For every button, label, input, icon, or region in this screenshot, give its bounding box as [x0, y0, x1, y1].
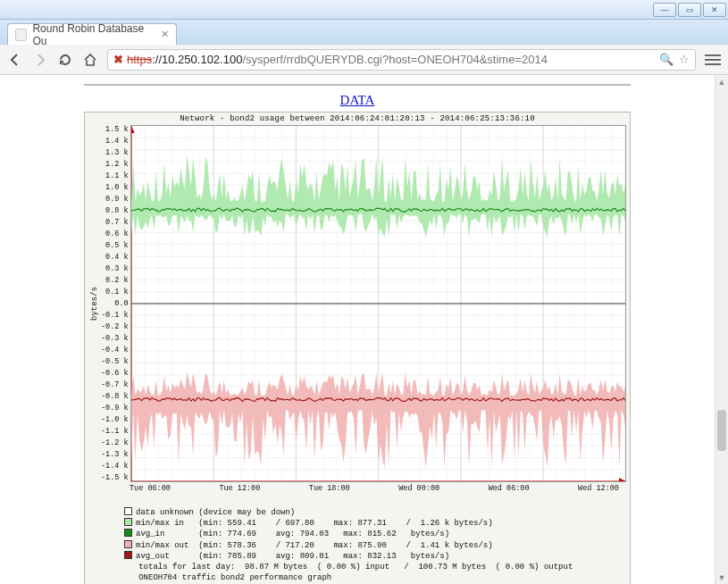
tab-title: Round Robin Database Qu: [32, 22, 155, 47]
legend-swatch-unknown: [124, 507, 132, 515]
data-link[interactable]: DATA: [340, 93, 375, 107]
vertical-scrollbar[interactable]: ▲ ▼: [715, 75, 728, 584]
window-titlebar: — ▭ ✕: [0, 0, 728, 20]
legend-swatch-minmax-out: [124, 540, 132, 548]
browser-tab[interactable]: Round Robin Database Qu ✕: [7, 23, 177, 45]
close-window-button[interactable]: ✕: [703, 3, 726, 17]
tab-strip: Round Robin Database Qu ✕: [0, 20, 728, 45]
url-path: /sysperf/rrdbQUERYDB.cgi?host=ONEOH704&s…: [242, 53, 548, 66]
scroll-track[interactable]: [715, 88, 728, 571]
minimize-button[interactable]: —: [653, 3, 676, 17]
legend-avg-in: avg_in (min: 774.69 avg: 794.03 max: 815…: [136, 530, 449, 538]
legend-swatch-avg-out: [124, 551, 132, 559]
chart-svg: [131, 126, 625, 481]
data-link-row: DATA: [21, 93, 693, 108]
rrd-chart: Network - bond2 usage between 2014:06:24…: [84, 112, 631, 584]
legend-avg-out: avg_out (min: 785.89 avg: 809.01 max: 83…: [136, 552, 449, 561]
svg-marker-70: [131, 126, 135, 133]
forward-button[interactable]: [32, 52, 48, 68]
url-scheme: https: [127, 53, 152, 66]
back-button[interactable]: [7, 52, 23, 68]
chart-legend: data unknown (device may be down) min/ma…: [88, 493, 626, 584]
reload-button[interactable]: [57, 52, 73, 68]
x-axis-ticks: Tue 06:00Tue 12:00Tue 18:00Wed 00:00Wed …: [88, 482, 626, 493]
plot-area: [130, 125, 626, 482]
legend-minmax-in: min/max in (min: 559.41 / 697.80 max: 87…: [136, 519, 493, 528]
search-icon[interactable]: 🔍: [659, 53, 674, 66]
home-button[interactable]: [82, 52, 98, 68]
y-axis-label: bytes/s: [88, 125, 101, 482]
browser-toolbar: ✖ https ://10.250.102.100 /sysperf/rrdbQ…: [0, 45, 728, 75]
browser-window: — ▭ ✕ Round Robin Database Qu ✕ ✖ https …: [0, 0, 728, 584]
close-tab-icon[interactable]: ✕: [161, 29, 169, 40]
legend-swatch-avg-in: [124, 529, 132, 537]
scroll-down-icon[interactable]: ▼: [715, 571, 728, 584]
scroll-thumb[interactable]: [717, 410, 726, 451]
y-axis-ticks: 1.5 k1.4 k1.3 k1.2 k1.1 k1.0 k0.9 k0.8 k…: [101, 125, 130, 482]
legend-totals: totals for last day: 98.87 M bytes ( 0.0…: [138, 563, 573, 571]
legend-swatch-minmax-in: [124, 518, 132, 526]
page-viewport: ▲ ▼ DATA Network - bond2 usage between 2…: [0, 75, 728, 584]
legend-footer: ONEOH704 traffic bond2 performance graph: [138, 573, 331, 582]
divider: [84, 84, 631, 86]
favicon-icon: [15, 29, 27, 41]
maximize-button[interactable]: ▭: [678, 3, 701, 17]
bookmark-icon[interactable]: ☆: [679, 53, 690, 66]
address-bar[interactable]: ✖ https ://10.250.102.100 /sysperf/rrdbQ…: [107, 49, 696, 71]
scroll-up-icon[interactable]: ▲: [715, 75, 728, 88]
legend-unknown: data unknown (device may be down): [136, 508, 295, 517]
page-content: DATA Network - bond2 usage between 2014:…: [0, 75, 715, 584]
svg-marker-72: [619, 478, 625, 481]
chart-title: Network - bond2 usage between 2014:06:24…: [88, 114, 626, 123]
insecure-icon: ✖: [113, 53, 123, 66]
menu-button[interactable]: [705, 52, 721, 68]
url-host: ://10.250.102.100: [152, 53, 242, 66]
legend-minmax-out: min/max out (min: 578.36 / 717.20 max: 8…: [136, 541, 493, 550]
